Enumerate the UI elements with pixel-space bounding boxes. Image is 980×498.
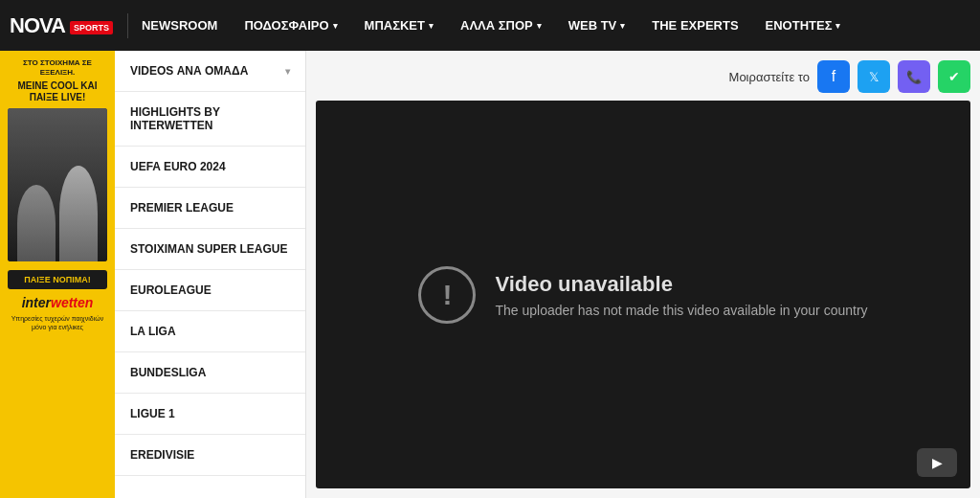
share-facebook-button[interactable]: f xyxy=(817,60,850,93)
logo-sports: SPORTS xyxy=(70,21,113,34)
share-twitter-button[interactable]: 𝕏 xyxy=(858,60,890,93)
logo-nova: NOVA xyxy=(10,13,65,38)
share-viber-button[interactable]: 📞 xyxy=(898,60,930,93)
ad-text-top: ΣΤΟ ΣΤΟΙΧΗΜΑ ΣΕ ΕΞΕΛΙΞΗ. xyxy=(8,58,107,79)
viber-icon: 📞 xyxy=(906,70,922,84)
menu-euro-2024[interactable]: UEFA EURO 2024 xyxy=(115,147,305,188)
ad-image xyxy=(8,108,107,261)
ad-sub-text: Υπηρεσίες τυχερών παιχνιδιών μόνο για εν… xyxy=(8,314,107,331)
nav-items: NEWSROOM ΠΟΔΟΣΦΑΙΡΟ ▾ ΜΠΑΣΚΕΤ ▾ ΑΛΛΑ ΣΠΟ… xyxy=(128,0,970,51)
video-unavailable-message: ! Video unavailable The uploader has not… xyxy=(418,266,867,324)
menu-la-liga[interactable]: LA LIGA xyxy=(115,311,305,352)
nav-enotites[interactable]: ΕΝΟΤΗΤΕΣ ▾ xyxy=(752,0,855,51)
menu-ligue1[interactable]: LIGUE 1 xyxy=(115,394,305,435)
facebook-icon: f xyxy=(832,68,835,85)
ad-highlight: MEINE COOL ΚΑΙ ΠΑΙΞΕ LIVE! xyxy=(8,80,107,103)
chevron-down-icon: ▾ xyxy=(429,21,434,31)
video-unavailable-title: Video unavailable xyxy=(495,272,867,297)
menu-euroleague[interactable]: EUROLEAGUE xyxy=(115,270,305,311)
chevron-down-icon: ▾ xyxy=(835,21,840,31)
menu-highlights[interactable]: HIGHLIGHTS BY INTERWETTEN xyxy=(115,92,305,147)
share-bar: Μοιραστείτε το f 𝕏 📞 ✔ xyxy=(316,60,970,93)
video-error-text: Video unavailable The uploader has not m… xyxy=(495,272,867,318)
youtube-icon[interactable] xyxy=(917,448,957,477)
chevron-down-icon: ▾ xyxy=(537,21,542,31)
chevron-down-icon: ▾ xyxy=(333,21,338,31)
nav-podosfairo[interactable]: ΠΟΔΟΣΦΑΙΡΟ ▾ xyxy=(231,0,350,51)
ad-cta-button[interactable]: ΠΑΙΞΕ ΝΟΠΙΜΑ! xyxy=(8,270,107,289)
menu-super-league[interactable]: STOIXIMAN SUPER LEAGUE xyxy=(115,229,305,270)
nav-the-experts[interactable]: THE EXPERTS xyxy=(638,0,751,51)
video-error-icon: ! xyxy=(418,266,476,324)
menu-bundesliga[interactable]: BUNDESLIGA xyxy=(115,352,305,394)
content-area: Μοιραστείτε το f 𝕏 📞 ✔ ! Video unavailab… xyxy=(306,51,980,498)
menu-eredivisie[interactable]: EREDIVISIE xyxy=(115,435,305,476)
left-sidebar: ΣΤΟ ΣΤΟΙΧΗΜΑ ΣΕ ΕΞΕΛΙΞΗ. MEINE COOL ΚΑΙ … xyxy=(0,51,115,498)
video-unavailable-desc: The uploader has not made this video ava… xyxy=(495,303,867,318)
ad-image-people xyxy=(8,108,107,261)
nav-web-tv[interactable]: WEB TV ▾ xyxy=(555,0,639,51)
nav-newsroom[interactable]: NEWSROOM xyxy=(128,0,231,51)
ad-brand-name: interwetten xyxy=(22,295,94,310)
chevron-down-icon: ▾ xyxy=(620,21,625,31)
whatsapp-icon: ✔ xyxy=(948,69,960,84)
video-player: ! Video unavailable The uploader has not… xyxy=(316,101,970,488)
menu-videos-ana-omada[interactable]: VIDEOS ΑΝΑ ΟΜΑΔΑ xyxy=(115,51,305,92)
twitter-icon: 𝕏 xyxy=(869,70,879,84)
center-sidebar: VIDEOS ΑΝΑ ΟΜΑΔΑ HIGHLIGHTS BY INTERWETT… xyxy=(115,51,306,498)
ad-banner[interactable]: ΣΤΟ ΣΤΟΙΧΗΜΑ ΣΕ ΕΞΕΛΙΞΗ. MEINE COOL ΚΑΙ … xyxy=(0,51,115,498)
share-whatsapp-button[interactable]: ✔ xyxy=(938,60,970,93)
nav-basket[interactable]: ΜΠΑΣΚΕΤ ▾ xyxy=(351,0,447,51)
menu-premier-league[interactable]: PREMIER LEAGUE xyxy=(115,188,305,229)
nav-alla-spor[interactable]: ΑΛΛΑ ΣΠΟΡ ▾ xyxy=(447,0,555,51)
top-navigation: NOVA SPORTS NEWSROOM ΠΟΔΟΣΦΑΙΡΟ ▾ ΜΠΑΣΚΕ… xyxy=(0,0,980,51)
ad-brand: interwetten xyxy=(22,295,94,310)
logo-area[interactable]: NOVA SPORTS xyxy=(10,13,128,38)
share-label: Μοιραστείτε το xyxy=(729,70,810,84)
main-layout: ΣΤΟ ΣΤΟΙΧΗΜΑ ΣΕ ΕΞΕΛΙΞΗ. MEINE COOL ΚΑΙ … xyxy=(0,51,980,498)
